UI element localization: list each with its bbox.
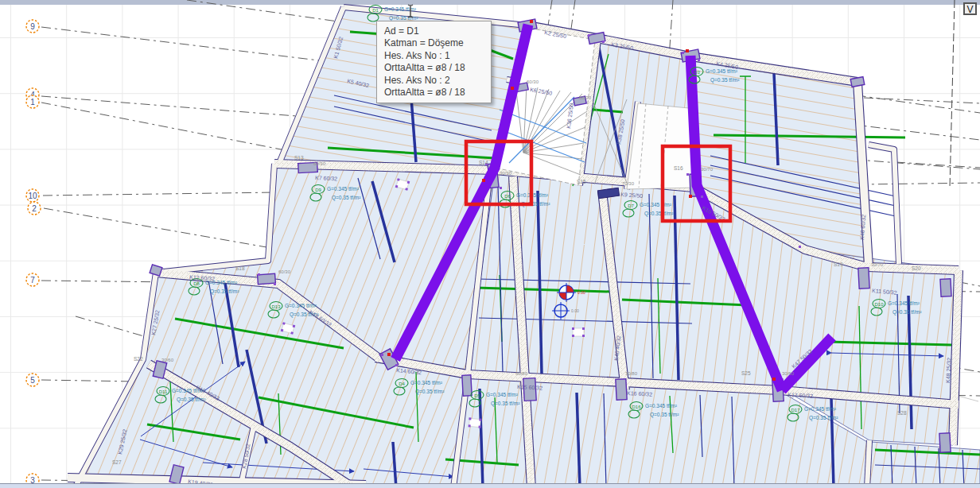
size-label: 60/30	[527, 79, 539, 84]
size-label: 60/80	[515, 371, 528, 376]
window-bottom-edge	[0, 483, 980, 488]
slab-g-load: G=0.345 tf/m²	[888, 300, 920, 306]
size-label: 60/30	[313, 161, 326, 166]
slab-g-load: G=0.345 tf/m²	[804, 406, 837, 412]
slab-g-load: G=0.345 tf/m²	[285, 303, 317, 308]
slab-q-load: Q=0.35 tf/m²	[491, 401, 520, 407]
slab-q-load: Q=0.35 tf/m²	[710, 77, 740, 83]
axis-bubble-label: 5	[30, 376, 35, 385]
tooltip-line: Katman = Döşeme	[384, 37, 484, 49]
slab-q-load: Q=0.35 tf/m²	[415, 389, 445, 395]
axis-bubble-label: 7	[30, 276, 35, 285]
slab-q-load: Q=0.35 tf/m²	[809, 415, 838, 421]
size-label: 70/30	[622, 181, 635, 186]
column-label: S27	[112, 459, 122, 465]
tooltip-line: Hes. Aks No : 2	[384, 75, 484, 87]
size-label: 30/30	[500, 171, 512, 176]
elevation-text: 0.00	[578, 290, 585, 295]
slab-id-text: D9	[315, 188, 321, 192]
column-label: S14	[479, 160, 488, 165]
size-label: 30/80	[625, 371, 638, 376]
size-label: 30/70	[871, 262, 884, 267]
axis-bubbles: 941102753	[26, 20, 41, 486]
slab-id-text: D1	[372, 8, 379, 13]
column-label: S20	[912, 265, 921, 271]
size-label: 60/30	[579, 95, 592, 100]
tooltip-line: Hes. Aks No : 1	[384, 50, 484, 62]
size-label: 30/60	[782, 371, 795, 376]
slab-id-text: D8	[193, 281, 200, 286]
size-label: 60/30	[278, 269, 291, 274]
slab-id-text: D4	[399, 381, 405, 386]
axis-bubble-label: 1	[30, 98, 35, 107]
slab-g-load: G=0.345 tf/m²	[645, 403, 678, 409]
beam-label: K7 60/32	[315, 175, 337, 181]
cad-canvas[interactable]: 941102753 D1G=0.345 tf/m²Q=0.35 tf/m²D3G…	[0, 0, 980, 488]
corner-toggle-button[interactable]: V	[963, 2, 977, 15]
axis-bubble-label: 9	[30, 22, 35, 31]
slab-id-text: D13	[271, 304, 281, 309]
tooltip-line: OrttaAltta = ø8 / 18	[384, 62, 484, 74]
axis-bubble-label: 10	[28, 192, 37, 200]
slab-q-load: Q=0.35 tf/m²	[177, 397, 206, 403]
size-label: 30/60	[161, 358, 174, 362]
slab-id-text: D3	[694, 70, 700, 75]
slab-id-text: D11	[159, 389, 168, 394]
slab-id-text: D10	[874, 302, 884, 307]
slab-id-text: D6	[504, 194, 511, 199]
tooltip-line: Ad = D1	[384, 25, 484, 37]
slab-q-load: Q=0.35 tf/m²	[892, 309, 922, 316]
slab-g-load: G=0.345 tf/m²	[327, 186, 360, 192]
column-label: S15	[577, 179, 586, 184]
axis-bubble-label: 2	[32, 204, 37, 213]
slab-q-load: Q=0.35 tf/m²	[650, 412, 679, 418]
column-label: S16	[674, 165, 683, 171]
slab-q-load: Q=0.35 tf/m²	[644, 211, 674, 217]
slab-id-text: D17	[791, 408, 800, 412]
slab-g-load: G=0.345 tf/m²	[640, 202, 672, 207]
slab-q-load: Q=0.35 tf/m²	[210, 289, 239, 295]
tooltip-line: OrttaAltta = ø8 / 18	[384, 87, 484, 99]
size-label: 30/70	[701, 167, 714, 172]
column-label: S18	[235, 265, 245, 271]
column-label: S25	[741, 370, 751, 376]
column-label: S19	[834, 261, 843, 267]
column-label: S13	[294, 155, 304, 161]
slab-id-text: D7	[628, 203, 634, 208]
slab-g-load: G=0.345 tf/m²	[384, 6, 417, 12]
slab-q-load: Q=0.35 tf/m²	[332, 195, 361, 201]
slab-id-text: D5	[474, 393, 480, 398]
column-label: S28	[897, 410, 907, 416]
slab-g-load: G=0.345 tf/m²	[486, 392, 519, 397]
slab-id-text: D16	[632, 405, 641, 409]
entity-tooltip: Ad = D1Katman = DöşemeHes. Aks No : 1Ort…	[376, 21, 492, 103]
column-label: S22	[134, 356, 143, 362]
slab-g-load: G=0.345 tf/m²	[410, 380, 443, 385]
elevation-text: 0.00	[571, 308, 579, 313]
